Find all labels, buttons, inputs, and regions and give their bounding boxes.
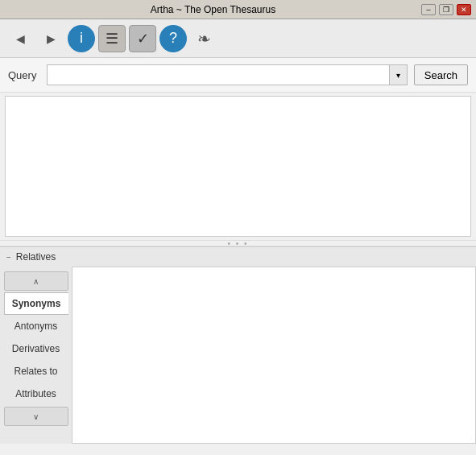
query-label: Query	[8, 69, 40, 81]
close-button[interactable]: ✕	[457, 4, 471, 15]
info-button[interactable]: i	[68, 25, 95, 52]
tab-antonyms[interactable]: Antonyms	[4, 315, 68, 337]
tab-attributes[interactable]: Attributes	[4, 383, 68, 405]
tab-relates-to[interactable]: Relates to	[4, 360, 68, 383]
minimize-button[interactable]: –	[421, 4, 436, 15]
query-input[interactable]	[48, 65, 389, 85]
search-button[interactable]: Search	[414, 64, 468, 85]
notify-button[interactable]: ❧	[190, 25, 217, 52]
query-dropdown-button[interactable]: ▾	[389, 65, 407, 85]
check-button[interactable]: ✓	[129, 25, 156, 52]
relatives-header: − Relatives	[0, 247, 476, 267]
window-title: Artha ~ The Open Thesaurus	[5, 4, 421, 15]
tab-scroll-down-button[interactable]: ∨	[4, 407, 68, 426]
tab-scroll-up-button[interactable]: ∧	[4, 271, 68, 291]
toolbar: ◀ ▶ i ☰ ✓ ? ❧	[0, 19, 476, 58]
tabs-container: ∧ Synonyms Antonyms Derivatives Relates …	[0, 267, 476, 444]
tabs-sidebar: ∧ Synonyms Antonyms Derivatives Relates …	[0, 267, 72, 444]
restore-button[interactable]: ❐	[439, 4, 453, 15]
title-bar: Artha ~ The Open Thesaurus – ❐ ✕	[0, 0, 476, 19]
back-button[interactable]: ◀	[6, 25, 34, 52]
window-controls: – ❐ ✕	[421, 4, 471, 15]
help-button[interactable]: ?	[159, 25, 187, 52]
tab-content-area	[72, 267, 476, 444]
resize-dots-icon: • • •	[227, 239, 248, 248]
collapse-icon[interactable]: −	[6, 253, 11, 262]
main-content-area	[5, 96, 471, 237]
query-bar: Query ▾ Search	[0, 58, 476, 93]
forward-button[interactable]: ▶	[37, 25, 64, 52]
resize-handle[interactable]: • • •	[0, 240, 476, 246]
relatives-label: Relatives	[16, 251, 56, 263]
tab-synonyms[interactable]: Synonyms	[4, 292, 68, 315]
tab-derivatives[interactable]: Derivatives	[4, 337, 68, 360]
query-input-wrap: ▾	[47, 64, 408, 85]
list-button[interactable]: ☰	[98, 25, 126, 52]
relatives-section: − Relatives ∧ Synonyms Antonyms Derivati…	[0, 246, 476, 444]
